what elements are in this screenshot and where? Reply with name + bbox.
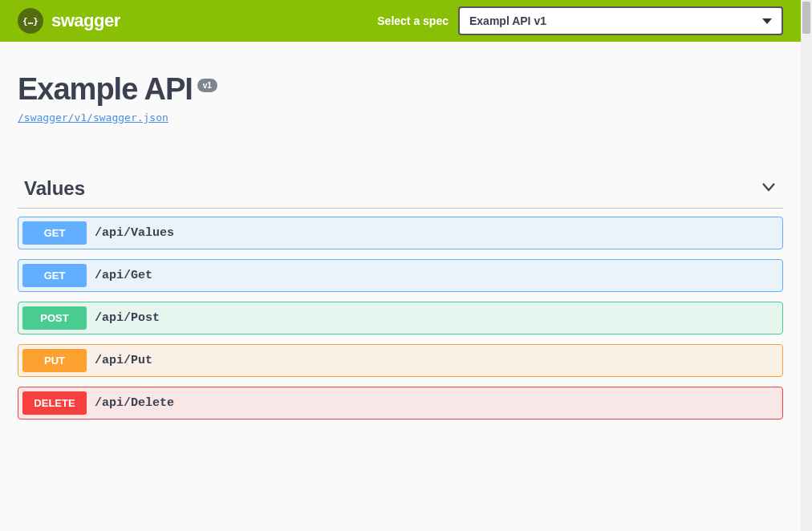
- spec-dropdown[interactable]: Exampl API v1: [458, 6, 783, 35]
- method-badge: PUT: [22, 349, 87, 372]
- operation-path: /api/Get: [95, 269, 152, 282]
- operation-put-3[interactable]: PUT /api/Put: [18, 344, 783, 377]
- operation-path: /api/Post: [95, 311, 160, 325]
- method-badge: DELETE: [22, 391, 87, 415]
- api-title: Example API: [18, 72, 193, 107]
- operation-path: /api/Delete: [95, 396, 174, 410]
- operation-get-1[interactable]: GET /api/Get: [18, 259, 783, 292]
- api-info: Example API v1 /swagger/v1/swagger.json: [0, 42, 801, 132]
- operation-path: /api/Put: [95, 354, 152, 367]
- operation-get-0[interactable]: GET /api/Values: [18, 217, 783, 249]
- spec-label: Select a spec: [377, 14, 449, 27]
- operation-delete-4[interactable]: DELETE /api/Delete: [18, 387, 783, 420]
- svg-text:{…}: {…}: [23, 16, 38, 26]
- version-badge: v1: [197, 79, 217, 92]
- logo[interactable]: {…} swagger: [18, 8, 120, 34]
- swagger-json-link[interactable]: /swagger/v1/swagger.json: [18, 111, 168, 124]
- swagger-logo-icon: {…}: [18, 8, 43, 34]
- operation-post-2[interactable]: POST /api/Post: [18, 302, 783, 334]
- tag-name: Values: [24, 177, 85, 200]
- scrollbar-thumb[interactable]: [802, 2, 810, 34]
- topbar: {…} swagger Select a spec Exampl API v1: [0, 0, 801, 42]
- chevron-down-icon: [761, 179, 777, 198]
- scrollbar[interactable]: [801, 0, 812, 531]
- operation-path: /api/Values: [95, 226, 174, 240]
- method-badge: GET: [22, 264, 87, 287]
- method-badge: GET: [22, 221, 87, 245]
- spec-selector: Select a spec Exampl API v1: [377, 6, 783, 35]
- method-badge: POST: [22, 306, 87, 330]
- logo-text: swagger: [51, 10, 120, 31]
- tag-header[interactable]: Values: [18, 172, 783, 209]
